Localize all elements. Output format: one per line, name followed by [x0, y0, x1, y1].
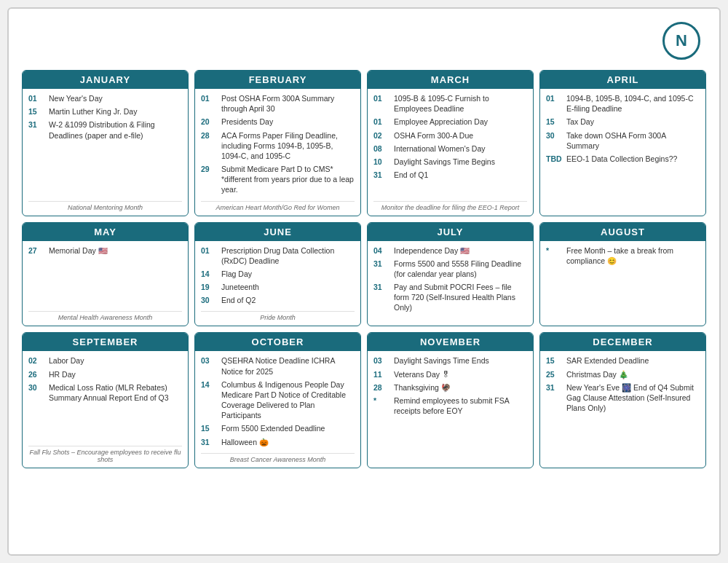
- event-date: 08: [373, 143, 389, 154]
- event-text: Pay and Submit POCRI Fees – file form 72…: [394, 282, 527, 313]
- event-text: Tax Day: [566, 117, 594, 127]
- event-item: 08International Women's Day: [373, 143, 527, 154]
- event-date: 14: [201, 379, 217, 421]
- event-item: 011094-B, 1095-B, 1094-C, and 1095-C E-f…: [546, 93, 700, 114]
- month-card-january: JANUARY01New Year's Day15Martin Luther K…: [22, 70, 189, 216]
- event-text: Labor Day: [49, 355, 84, 366]
- event-item: 01Post OSHA Form 300A Summary through Ap…: [201, 93, 355, 114]
- month-header-june: JUNE: [195, 223, 360, 241]
- month-body-february: 01Post OSHA Form 300A Summary through Ap…: [195, 89, 360, 216]
- event-item: 04Independence Day 🇺🇸: [373, 245, 527, 256]
- event-text: Take down OSHA Form 300A Summary: [566, 130, 700, 151]
- month-body-september: 02Labor Day26HR Day30Medical Loss Ratio …: [23, 351, 188, 467]
- event-text: Prescription Drug Data Collection (RxDC)…: [221, 245, 355, 266]
- event-item: 14Columbus & Indigenous People Day Medic…: [201, 379, 355, 421]
- event-date: 30: [28, 382, 44, 403]
- event-date: *: [373, 395, 389, 416]
- event-date: 29: [201, 164, 217, 195]
- event-text: Flag Day: [221, 269, 252, 279]
- event-item: 03Daylight Savings Time Ends: [373, 355, 527, 366]
- event-text: OSHA Form 300-A Due: [394, 130, 473, 141]
- month-card-november: NOVEMBER03Daylight Savings Time Ends11Ve…: [367, 332, 534, 468]
- month-body-march: 011095-B & 1095-C Furnish to Employees D…: [368, 89, 533, 216]
- event-item: 28ACA Forms Paper Filing Deadline, inclu…: [201, 130, 355, 162]
- month-header-march: MARCH: [368, 71, 533, 89]
- event-text: Employee Appreciation Day: [394, 117, 488, 127]
- event-date: 28: [201, 130, 217, 162]
- event-text: Christmas Day 🎄: [566, 369, 628, 379]
- event-date: 31: [373, 259, 389, 279]
- event-text: Free Month – take a break from complianc…: [566, 245, 700, 266]
- event-date: 01: [201, 245, 217, 266]
- event-item: 27Memorial Day 🇺🇸: [28, 245, 182, 256]
- month-card-september: SEPTEMBER02Labor Day26HR Day30Medical Lo…: [22, 332, 189, 468]
- month-header-january: JANUARY: [23, 71, 188, 89]
- calendar-grid: JANUARY01New Year's Day15Martin Luther K…: [22, 70, 706, 468]
- month-header-october: OCTOBER: [195, 333, 360, 351]
- event-item: 25Christmas Day 🎄: [546, 369, 700, 379]
- event-item: 20Presidents Day: [201, 117, 355, 127]
- month-footer: American Heart Month/Go Red for Women: [201, 201, 355, 211]
- event-text: Daylight Savings Time Begins: [394, 157, 495, 167]
- event-text: ACA Forms Paper Filing Deadline, includi…: [221, 130, 355, 162]
- month-card-december: DECEMBER15SAR Extended Deadline25Christm…: [539, 332, 706, 468]
- event-text: International Women's Day: [394, 143, 486, 154]
- event-date: 14: [201, 269, 217, 279]
- event-item: TBDEEO-1 Data Collection Begins??: [546, 154, 700, 164]
- event-text: Presidents Day: [221, 117, 273, 127]
- event-item: 31Forms 5500 and 5558 Filing Deadline (f…: [373, 259, 527, 279]
- event-text: Remind employees to submit FSA receipts …: [394, 395, 527, 416]
- month-card-march: MARCH011095-B & 1095-C Furnish to Employ…: [367, 70, 534, 216]
- month-header-august: AUGUST: [540, 223, 705, 241]
- month-header-may: MAY: [23, 223, 188, 241]
- month-card-february: FEBRUARY01Post OSHA Form 300A Summary th…: [194, 70, 361, 216]
- event-text: Veterans Day 🎖: [394, 369, 450, 379]
- event-date: *: [546, 245, 562, 266]
- event-text: Halloween 🎃: [221, 437, 269, 447]
- event-text: End of Q2: [221, 295, 256, 305]
- month-card-october: OCTOBER03QSEHRA Notice Deadline ICHRA No…: [194, 332, 361, 468]
- page: N JANUARY01New Year's Day15Martin Luther…: [7, 7, 721, 556]
- event-text: New Year's Eve 🎆 End of Q4 Submit Gag Cl…: [566, 382, 700, 414]
- month-card-august: AUGUST*Free Month – take a break from co…: [539, 222, 706, 327]
- month-body-october: 03QSEHRA Notice Deadline ICHRA Notice fo…: [195, 351, 360, 467]
- event-date: 30: [201, 295, 217, 305]
- event-item: 30End of Q2: [201, 295, 355, 305]
- event-date: 31: [201, 437, 217, 447]
- event-item: 15SAR Extended Deadline: [546, 355, 700, 366]
- event-text: Martin Luther King Jr. Day: [49, 106, 137, 117]
- month-body-june: 01Prescription Drug Data Collection (RxD…: [195, 241, 360, 326]
- event-text: QSEHRA Notice Deadline ICHRA Notice for …: [221, 355, 355, 376]
- event-item: 31Halloween 🎃: [201, 437, 355, 447]
- event-text: New Year's Day: [49, 93, 103, 103]
- event-date: 15: [546, 117, 562, 127]
- event-text: Memorial Day 🇺🇸: [49, 245, 108, 256]
- event-item: 31New Year's Eve 🎆 End of Q4 Submit Gag …: [546, 382, 700, 414]
- event-item: 15Martin Luther King Jr. Day: [28, 106, 182, 117]
- month-card-may: MAY27Memorial Day 🇺🇸Mental Health Awaren…: [22, 222, 189, 327]
- event-item: *Remind employees to submit FSA receipts…: [373, 395, 527, 416]
- event-item: 14Flag Day: [201, 269, 355, 279]
- event-date: 30: [546, 130, 562, 151]
- event-date: 25: [546, 369, 562, 379]
- month-header-september: SEPTEMBER: [23, 333, 188, 351]
- month-header-february: FEBRUARY: [195, 71, 360, 89]
- event-text: Medical Loss Ratio (MLR Rebates) Summary…: [49, 382, 182, 403]
- month-footer: Fall Flu Shots – Encourage employees to …: [28, 446, 182, 463]
- event-date: 19: [201, 282, 217, 292]
- event-item: 30Take down OSHA Form 300A Summary: [546, 130, 700, 151]
- event-date: 02: [28, 355, 44, 366]
- event-text: 1095-B & 1095-C Furnish to Employees Dea…: [394, 93, 527, 114]
- event-date: 15: [28, 106, 44, 117]
- event-item: 01New Year's Day: [28, 93, 182, 103]
- month-footer: National Mentoring Month: [28, 201, 182, 211]
- month-card-june: JUNE01Prescription Drug Data Collection …: [194, 222, 361, 327]
- event-date: 31: [546, 382, 562, 414]
- month-footer: Mental Health Awareness Month: [28, 311, 182, 321]
- event-text: Juneteenth: [221, 282, 259, 292]
- event-text: Columbus & Indigenous People Day Medicar…: [221, 379, 355, 421]
- event-date: 02: [373, 130, 389, 141]
- event-item: 02OSHA Form 300-A Due: [373, 130, 527, 141]
- event-item: 11Veterans Day 🎖: [373, 369, 527, 379]
- event-item: 19Juneteenth: [201, 282, 355, 292]
